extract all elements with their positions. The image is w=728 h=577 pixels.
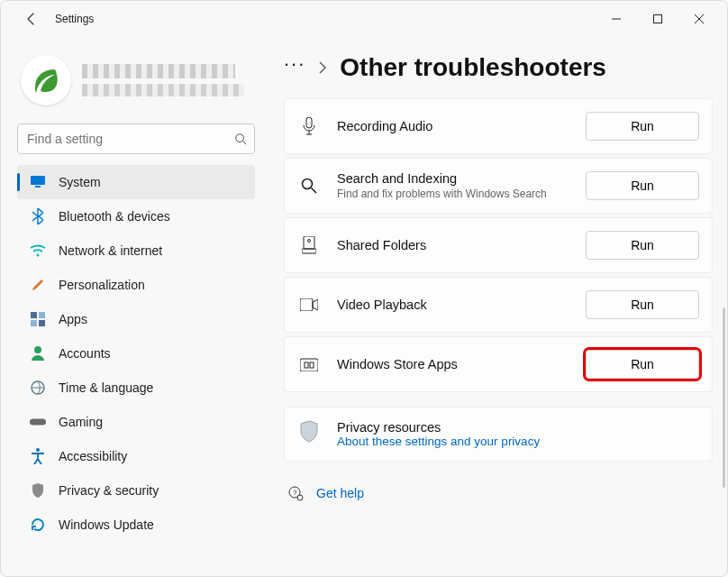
run-button[interactable]: Run xyxy=(586,112,699,141)
sidebar-item-accessibility[interactable]: Accessibility xyxy=(17,439,255,473)
sidebar-item-label: Gaming xyxy=(59,415,103,429)
svg-point-28 xyxy=(297,495,303,500)
monitor-icon xyxy=(30,174,46,190)
arrow-left-icon xyxy=(24,12,39,26)
svg-rect-11 xyxy=(31,320,37,326)
sidebar-item-gaming[interactable]: Gaming xyxy=(17,405,255,439)
svg-point-22 xyxy=(308,240,311,243)
troubleshooter-list: Recording AudioRunSearch and IndexingFin… xyxy=(284,98,713,392)
sidebar-item-system[interactable]: System xyxy=(17,165,255,199)
sidebar-item-apps[interactable]: Apps xyxy=(17,302,255,336)
maximize-icon xyxy=(653,14,662,23)
svg-point-13 xyxy=(34,346,41,353)
svg-rect-7 xyxy=(35,186,41,188)
mic-icon xyxy=(297,117,321,135)
sidebar-item-privacy-security[interactable]: Privacy & security xyxy=(17,473,255,508)
svg-line-5 xyxy=(243,142,247,145)
get-help-link[interactable]: Get help xyxy=(316,486,364,500)
scrollbar[interactable] xyxy=(723,307,725,488)
svg-rect-10 xyxy=(39,312,45,318)
gamepad-icon xyxy=(30,414,46,430)
run-button[interactable]: Run xyxy=(586,290,699,319)
search-input[interactable] xyxy=(27,132,234,146)
svg-point-18 xyxy=(303,179,313,189)
svg-rect-17 xyxy=(306,117,312,128)
svg-rect-15 xyxy=(30,418,46,425)
svg-rect-25 xyxy=(305,362,308,368)
shield-icon xyxy=(30,482,46,499)
run-button[interactable]: Run xyxy=(586,171,699,200)
user-info-redacted xyxy=(82,64,268,96)
sidebar-item-label: Bluetooth & devices xyxy=(59,209,170,224)
chevron-right-icon xyxy=(318,61,327,74)
content-area: SystemBluetooth & devicesNetwork & inter… xyxy=(1,37,727,576)
leaf-icon xyxy=(30,64,62,96)
shield-icon xyxy=(297,420,321,448)
sidebar-item-windows-update[interactable]: Windows Update xyxy=(17,508,255,542)
sidebar-item-bluetooth-devices[interactable]: Bluetooth & devices xyxy=(17,199,255,234)
troubleshooter-shared-folders: Shared FoldersRun xyxy=(284,217,713,273)
window-controls xyxy=(596,5,720,33)
sidebar-item-label: Network & internet xyxy=(59,243,162,258)
apps-icon xyxy=(30,311,46,327)
breadcrumb-overflow[interactable]: ··· xyxy=(284,60,305,75)
search-box[interactable] xyxy=(17,124,255,154)
help-icon: ? xyxy=(287,485,304,501)
close-button[interactable] xyxy=(678,5,720,33)
maximize-button[interactable] xyxy=(637,5,678,33)
sidebar-item-accounts[interactable]: Accounts xyxy=(17,336,255,371)
wifi-icon xyxy=(30,243,46,259)
run-button[interactable]: Run xyxy=(586,231,699,260)
user-header[interactable] xyxy=(17,48,271,124)
breadcrumb: ··· Other troubleshooters xyxy=(284,53,713,82)
svg-rect-24 xyxy=(300,359,318,371)
minimize-button[interactable] xyxy=(596,5,637,33)
update-icon xyxy=(30,517,46,533)
svg-line-19 xyxy=(312,188,317,194)
troubleshooter-title: Recording Audio xyxy=(337,119,569,133)
close-icon xyxy=(695,14,704,23)
search-icon xyxy=(234,133,247,145)
minimize-icon xyxy=(612,14,621,23)
sidebar-item-label: Privacy & security xyxy=(59,483,159,498)
svg-rect-9 xyxy=(31,312,37,318)
svg-rect-6 xyxy=(31,176,45,185)
privacy-title: Privacy resources xyxy=(337,420,699,435)
troubleshooter-title: Windows Store Apps xyxy=(337,357,569,371)
shared-folder-icon xyxy=(297,236,321,254)
sidebar-item-label: Personalization xyxy=(59,278,145,292)
back-button[interactable] xyxy=(19,6,44,32)
troubleshooter-title: Search and Indexing xyxy=(337,171,569,186)
accessibility-icon xyxy=(30,448,46,464)
main-panel: ··· Other troubleshooters Recording Audi… xyxy=(271,37,727,576)
troubleshooter-subtitle: Find and fix problems with Windows Searc… xyxy=(337,188,569,200)
store-icon xyxy=(297,357,321,371)
run-button[interactable]: Run xyxy=(586,350,699,379)
svg-rect-1 xyxy=(654,15,662,23)
sidebar-item-personalization[interactable]: Personalization xyxy=(17,268,255,302)
sidebar-item-network-internet[interactable]: Network & internet xyxy=(17,234,255,268)
help-row: ? Get help xyxy=(284,485,713,501)
title-bar: Settings xyxy=(1,1,727,37)
privacy-link[interactable]: About these settings and your privacy xyxy=(337,435,699,448)
troubleshooter-windows-store-apps: Windows Store AppsRun xyxy=(284,336,713,392)
globe-clock-icon xyxy=(30,380,46,396)
video-icon xyxy=(297,298,321,311)
troubleshooter-recording-audio: Recording AudioRun xyxy=(284,98,713,154)
svg-rect-23 xyxy=(300,298,313,311)
sidebar-item-label: System xyxy=(59,175,101,189)
sidebar-item-label: Accessibility xyxy=(59,449,127,463)
troubleshooter-search-and-indexing: Search and IndexingFind and fix problems… xyxy=(284,158,713,214)
bluetooth-icon xyxy=(30,208,46,224)
window-title: Settings xyxy=(55,13,94,25)
svg-text:?: ? xyxy=(293,489,297,497)
troubleshooter-video-playback: Video PlaybackRun xyxy=(284,277,713,333)
svg-point-8 xyxy=(37,254,40,257)
troubleshooter-title: Video Playback xyxy=(337,298,569,312)
brush-icon xyxy=(30,277,46,293)
troubleshooter-title: Shared Folders xyxy=(337,238,569,252)
sidebar: SystemBluetooth & devicesNetwork & inter… xyxy=(1,37,271,576)
svg-point-4 xyxy=(236,134,244,142)
sidebar-item-time-language[interactable]: Time & language xyxy=(17,371,255,405)
privacy-card: Privacy resources About these settings a… xyxy=(284,407,713,462)
